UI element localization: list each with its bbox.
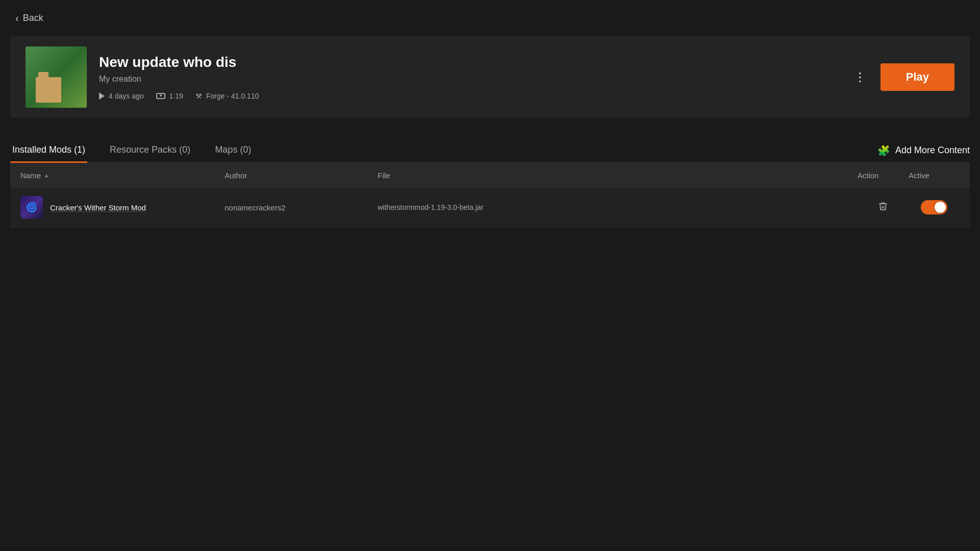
play-button[interactable]: Play — [880, 63, 954, 91]
tab-resource-packs-label: Resource Packs (0) — [110, 145, 190, 155]
sort-icon: ▲ — [44, 173, 49, 178]
table-row: Cracker's Wither Storm Mod nonamecracker… — [10, 188, 970, 227]
toggle-thumb — [935, 202, 946, 213]
tab-maps-label: Maps (0) — [215, 145, 251, 155]
profile-subtitle: My creation — [99, 75, 850, 84]
back-label: Back — [23, 13, 43, 23]
mod-author: nonamecrackers2 — [225, 203, 285, 212]
col-action: Action — [857, 171, 909, 180]
last-played-meta: 4 days ago — [99, 92, 144, 100]
version-value: 1.19 — [169, 92, 183, 100]
active-toggle[interactable] — [921, 200, 947, 214]
col-active: Active — [909, 171, 960, 180]
mod-file: witherstormmod-1.19-3.0-beta.jar — [378, 203, 483, 211]
trash-icon — [878, 201, 888, 211]
tab-installed-mods[interactable]: Installed Mods (1) — [10, 138, 87, 163]
mod-icon — [20, 196, 43, 219]
last-played-value: 4 days ago — [109, 92, 144, 100]
profile-thumbnail — [26, 46, 87, 108]
add-content-label: Add More Content — [895, 145, 970, 156]
tab-resource-packs[interactable]: Resource Packs (0) — [108, 138, 192, 163]
mod-name-cell: Cracker's Wither Storm Mod — [20, 196, 225, 219]
tab-installed-mods-label: Installed Mods (1) — [12, 145, 85, 155]
play-icon — [99, 92, 105, 100]
col-author: Author — [225, 171, 378, 180]
mod-active-cell — [909, 200, 960, 214]
more-options-button[interactable]: ⋮ — [850, 67, 870, 87]
delete-button[interactable] — [875, 198, 891, 217]
mods-table: Name ▲ Author File Action Active Cracker… — [10, 163, 970, 227]
mod-name[interactable]: Cracker's Wither Storm Mod — [50, 203, 146, 212]
col-name: Name ▲ — [20, 171, 225, 180]
profile-actions: ⋮ Play — [850, 63, 954, 91]
puzzle-icon: 🧩 — [877, 145, 890, 157]
table-header: Name ▲ Author File Action Active — [10, 163, 970, 188]
mod-action-cell — [857, 198, 909, 217]
profile-meta: 4 days ago 1.19 ⚒ Forge - 41.0.110 — [99, 92, 850, 100]
tabs-bar: Installed Mods (1) Resource Packs (0) Ma… — [10, 138, 970, 163]
profile-info: New update who dis My creation 4 days ag… — [99, 54, 850, 100]
add-more-content-button[interactable]: 🧩 Add More Content — [877, 140, 970, 161]
anvil-icon: ⚒ — [195, 92, 202, 100]
lens-icon — [156, 93, 165, 99]
profile-card: New update who dis My creation 4 days ag… — [10, 36, 970, 118]
back-chevron-icon: ‹ — [15, 12, 19, 24]
mod-file-cell: witherstormmod-1.19-3.0-beta.jar — [378, 203, 857, 211]
loader-meta: ⚒ Forge - 41.0.110 — [195, 92, 259, 100]
mod-author-cell: nonamecrackers2 — [225, 203, 378, 212]
tab-maps[interactable]: Maps (0) — [213, 138, 253, 163]
version-meta: 1.19 — [156, 92, 183, 100]
profile-title: New update who dis — [99, 54, 850, 70]
loader-value: Forge - 41.0.110 — [206, 92, 259, 100]
back-button[interactable]: ‹ Back — [0, 0, 59, 36]
col-file: File — [378, 171, 857, 180]
